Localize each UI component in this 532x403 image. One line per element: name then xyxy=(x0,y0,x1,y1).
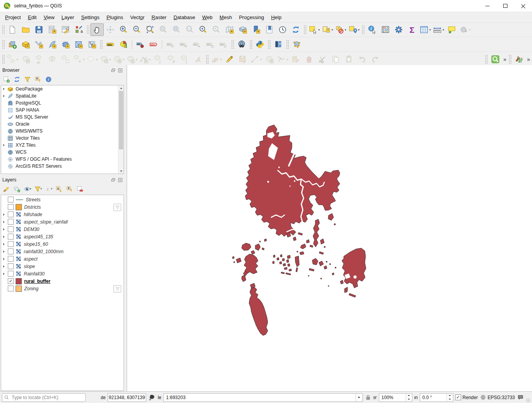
simplify-feature-button[interactable]: ∫ xyxy=(178,53,191,66)
browser-float-button[interactable] xyxy=(110,67,116,73)
scrollbar-thumb[interactable] xyxy=(119,91,123,149)
expand-arrow-icon[interactable] xyxy=(1,258,7,260)
menu-view[interactable]: View xyxy=(40,13,58,21)
grass-tools-button[interactable] xyxy=(513,53,526,66)
copy-features-button[interactable] xyxy=(329,53,342,66)
coordinate-box[interactable]: 921348, 6307139 xyxy=(108,393,146,402)
expand-arrow-icon[interactable] xyxy=(1,243,7,245)
cut-features-button[interactable] xyxy=(316,53,329,66)
toolbar-handle[interactable] xyxy=(509,55,511,64)
menu-vector[interactable]: Vector xyxy=(127,13,148,21)
delete-selected-button[interactable] xyxy=(302,53,316,66)
python-console-button[interactable] xyxy=(253,38,267,51)
temporal-controller-button[interactable] xyxy=(276,23,289,36)
delete-part-button[interactable]: ▾ xyxy=(85,53,99,66)
menu-settings[interactable]: Settings xyxy=(78,13,103,21)
browser-close-button[interactable] xyxy=(117,67,123,73)
map-canvas[interactable] xyxy=(127,65,532,392)
layer-checkbox[interactable] xyxy=(8,249,14,254)
chevron-down-icon[interactable]: ▾ xyxy=(358,28,359,32)
zoom-out-button[interactable] xyxy=(130,23,143,36)
zoom-native-button[interactable]: 1:1 xyxy=(183,23,196,36)
new-project-button[interactable] xyxy=(6,23,19,36)
vertex-tool-button[interactable]: ⁄x▾ xyxy=(276,53,289,66)
zoom-last-button[interactable] xyxy=(196,23,210,36)
new-mesh-layer-button[interactable] xyxy=(72,38,85,51)
current-edits-button[interactable]: ▾ xyxy=(210,53,223,66)
browser-scrollbar[interactable] xyxy=(118,85,124,174)
chevron-down-icon[interactable]: ▾ xyxy=(469,28,470,32)
layer-checkbox[interactable] xyxy=(8,226,14,232)
toolbar-overflow-chevron[interactable]: » xyxy=(502,56,507,62)
layer-checkbox[interactable] xyxy=(8,256,14,262)
browser-item-vector-tiles[interactable]: Vector Tiles xyxy=(1,135,124,142)
browser-item-sap-hana[interactable]: SAP HANA xyxy=(1,107,124,114)
browser-item-postgresql[interactable]: PostgreSQL xyxy=(1,99,124,107)
scroll-down-icon[interactable] xyxy=(118,169,124,174)
pan-map-button[interactable] xyxy=(90,23,104,36)
toolbar-handle[interactable] xyxy=(362,25,364,34)
chevron-down-icon[interactable]: ▾ xyxy=(220,58,222,61)
magnifier-spinbox[interactable]: 100% xyxy=(379,393,412,402)
open-project-button[interactable] xyxy=(19,23,32,36)
toolbar-handle[interactable] xyxy=(231,40,234,49)
toolbar-handle[interactable] xyxy=(206,55,209,64)
processing-toolbox-button[interactable] xyxy=(392,23,405,36)
render-checkbox[interactable]: ✓ xyxy=(455,394,461,400)
chevron-down-icon[interactable]: ▾ xyxy=(318,28,320,32)
fill-ring-button[interactable]: ▾ xyxy=(125,53,138,66)
chevron-down-icon[interactable]: ▾ xyxy=(286,58,288,61)
chevron-down-icon[interactable]: ▾ xyxy=(96,58,97,61)
deselect-features-button[interactable]: ▾ xyxy=(334,23,347,36)
pan-to-selection-button[interactable] xyxy=(104,23,117,36)
expand-arrow-icon[interactable] xyxy=(1,250,7,253)
redo-button[interactable] xyxy=(369,53,382,66)
browser-item-wcs[interactable]: WCS xyxy=(1,149,124,156)
lock-scale-icon[interactable] xyxy=(365,394,371,401)
browser-item-arcgis-rest-servers[interactable]: ArcGIS REST Servers xyxy=(1,163,124,170)
browser-item-geopackage[interactable]: GeoPackage xyxy=(1,85,124,92)
menu-project[interactable]: Project xyxy=(2,13,24,21)
move-features-button[interactable]: ▾ xyxy=(72,53,85,66)
expand-arrow-icon[interactable] xyxy=(1,236,7,238)
locator-input[interactable] xyxy=(11,394,84,401)
save-layer-edits-button[interactable] xyxy=(236,53,249,66)
search-plugin-button[interactable] xyxy=(489,53,502,66)
menu-database[interactable]: Database xyxy=(170,13,199,21)
rotate-label-button[interactable]: abc xyxy=(203,38,217,51)
filter-browser-button[interactable] xyxy=(23,75,32,84)
refresh-map-button[interactable] xyxy=(289,23,302,36)
offset-curve-button[interactable]: ∫ xyxy=(152,53,165,66)
expand-arrow-icon[interactable] xyxy=(1,228,7,231)
layer-checkbox[interactable] xyxy=(8,263,14,269)
toolbar-overflow-chevron[interactable]: » xyxy=(526,56,531,62)
manage-map-themes-button[interactable]: ▾ xyxy=(23,184,32,194)
show-statistical-summary-button[interactable]: Σ xyxy=(405,23,419,36)
pin-labels-button[interactable]: ab xyxy=(134,38,147,51)
highlight-pinned-labels-button[interactable]: abc xyxy=(147,38,160,51)
scale-combo[interactable]: 1:693203 xyxy=(163,393,363,402)
new-shapefile-layer-button[interactable] xyxy=(32,38,46,51)
layer-checkbox[interactable] xyxy=(8,241,14,247)
paste-features-button[interactable] xyxy=(342,53,355,66)
toolbar-handle[interactable] xyxy=(100,40,103,49)
chevron-down-icon[interactable]: ▾ xyxy=(149,58,150,61)
add-feature-button[interactable] xyxy=(263,53,276,66)
menu-processing[interactable]: Processing xyxy=(235,13,267,21)
show-hide-labels-button[interactable]: abc xyxy=(177,38,190,51)
new-gpx-layer-button[interactable] xyxy=(85,38,99,51)
layer-item-streets[interactable]: Streets xyxy=(1,196,124,203)
minimize-button[interactable] xyxy=(478,0,496,12)
open-data-source-manager-button[interactable] xyxy=(6,38,19,51)
locator-box[interactable] xyxy=(2,393,86,402)
layer-item-aspect[interactable]: aspect xyxy=(1,255,124,263)
layer-item-hillshade[interactable]: hillshade xyxy=(1,211,124,218)
toolbar-handle[interactable] xyxy=(2,55,5,64)
layers-float-button[interactable] xyxy=(110,177,116,183)
layers-close-button[interactable] xyxy=(117,177,123,183)
layer-checkbox[interactable] xyxy=(8,197,14,202)
browser-item-xyz-tiles[interactable]: XYZ Tiles xyxy=(1,142,124,149)
reshape-features-button[interactable]: ▾ xyxy=(138,53,152,66)
toolbar-handle[interactable] xyxy=(304,25,306,34)
expand-arrow-icon[interactable] xyxy=(1,95,7,97)
